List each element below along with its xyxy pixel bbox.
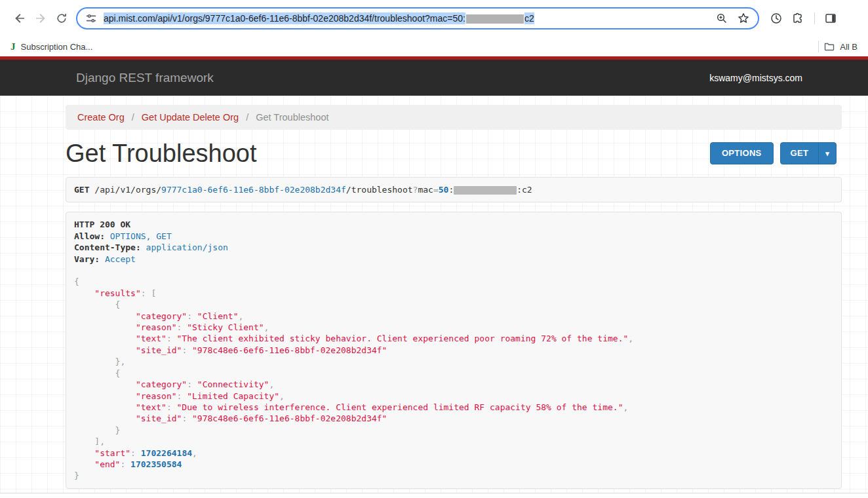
breadcrumb-current: Get Troubleshoot bbox=[256, 112, 328, 123]
user-email[interactable]: kswamy@mistsys.com bbox=[709, 73, 802, 83]
code-token: , bbox=[623, 402, 628, 412]
bookmark-star-icon[interactable] bbox=[737, 12, 750, 25]
code-token: : bbox=[177, 322, 187, 332]
code-token: /troubleshoot bbox=[346, 185, 413, 195]
code-token: : bbox=[130, 448, 141, 458]
code-token: c2 bbox=[524, 12, 534, 24]
response-panel: HTTP 200 OKAllow: OPTIONS, GETContent-Ty… bbox=[66, 212, 842, 488]
code-line: "reason": "Limited Capacity", bbox=[74, 391, 833, 402]
options-button[interactable]: OPTIONS bbox=[710, 142, 774, 164]
code-token: application/json bbox=[146, 242, 228, 252]
navbar-container: Django REST framework kswamy@mistsys.com bbox=[66, 71, 842, 85]
code-token bbox=[74, 379, 136, 389]
code-token bbox=[74, 311, 136, 321]
code-token: : bbox=[167, 334, 177, 343]
code-line: "text": "Due to wireless interference. C… bbox=[74, 402, 833, 413]
toolbar-separator bbox=[814, 12, 815, 24]
toolbar-right bbox=[770, 12, 837, 25]
code-token: "978c48e6-6ef6-11e6-8bbf-02e208b2d34f" bbox=[192, 413, 387, 423]
back-button[interactable] bbox=[9, 8, 30, 29]
code-token: "Client" bbox=[197, 311, 239, 321]
code-token: { bbox=[74, 277, 79, 286]
code-token bbox=[74, 413, 136, 423]
forward-icon bbox=[34, 12, 47, 25]
request-line-panel: GET /api/v1/orgs/9777c1a0-6ef6-11e6-8bbf… bbox=[66, 177, 842, 202]
code-token: "text" bbox=[136, 402, 167, 412]
code-token: , bbox=[264, 322, 269, 332]
code-line: Content-Type: application/json bbox=[74, 242, 833, 253]
code-token: : [ bbox=[141, 288, 156, 298]
code-line: "results": [ bbox=[74, 288, 833, 299]
side-panel-icon[interactable] bbox=[824, 12, 837, 25]
all-bookmarks-folder-icon bbox=[824, 42, 835, 51]
code-token: "Due to wireless interference. Client ex… bbox=[177, 402, 623, 412]
code-token: "978c48e6-6ef6-11e6-8bbf-02e208b2d34f" bbox=[192, 345, 387, 355]
code-line: "text": "The client exhibited sticky beh… bbox=[74, 333, 833, 344]
bookmark-favicon: J bbox=[10, 41, 16, 52]
breadcrumb-link-get-update-delete-org[interactable]: Get Update Delete Org bbox=[142, 112, 239, 123]
code-line: api.mist.com/api/v1/orgs/9777c1a0-6ef6-1… bbox=[104, 12, 534, 23]
code-token: , bbox=[269, 379, 274, 389]
code-line: "end": 1702350584 bbox=[74, 459, 833, 470]
forward-button[interactable] bbox=[30, 8, 51, 29]
all-bookmarks[interactable]: All B bbox=[818, 41, 858, 52]
bookmark-item-subscription[interactable]: Subscription Cha... bbox=[21, 42, 93, 52]
reload-button[interactable] bbox=[51, 8, 72, 29]
code-token: "text" bbox=[136, 334, 167, 343]
page-title: Get Troubleshoot bbox=[66, 138, 257, 168]
code-token: "results" bbox=[94, 288, 140, 298]
reload-icon bbox=[55, 12, 68, 25]
breadcrumb: Create Org / Get Update Delete Org / Get… bbox=[66, 105, 842, 130]
redacted-box bbox=[466, 14, 524, 24]
code-token: api.mist.com/api/v1/orgs/9777c1a0-6ef6-1… bbox=[104, 12, 465, 24]
code-line: "site_id": "978c48e6-6ef6-11e6-8bbf-02e2… bbox=[74, 345, 833, 356]
code-line: HTTP 200 OK bbox=[74, 219, 833, 230]
code-token: , bbox=[279, 391, 285, 401]
zoom-icon[interactable] bbox=[716, 12, 728, 24]
code-token: "Sticky Client" bbox=[187, 322, 264, 332]
code-token: 1702350584 bbox=[130, 459, 182, 469]
get-dropdown-toggle[interactable]: ▾ bbox=[818, 143, 836, 164]
code-token: "end" bbox=[94, 459, 120, 469]
url-text[interactable]: api.mist.com/api/v1/orgs/9777c1a0-6ef6-1… bbox=[104, 12, 711, 24]
code-token: Vary: bbox=[74, 254, 100, 264]
code-token: }, bbox=[74, 356, 125, 366]
code-line: { bbox=[74, 368, 833, 379]
code-token bbox=[74, 459, 94, 469]
history-icon[interactable] bbox=[770, 12, 783, 25]
extensions-icon[interactable] bbox=[792, 12, 805, 25]
code-token[interactable]: 9777c1a0-6ef6-11e6-8bbf-02e208b2d34f bbox=[161, 185, 346, 195]
code-token: = bbox=[433, 185, 439, 195]
code-line bbox=[74, 265, 833, 276]
code-token: : bbox=[182, 345, 192, 355]
code-token: , bbox=[238, 311, 243, 321]
code-token: ], bbox=[74, 436, 105, 446]
code-token: 1702264184 bbox=[141, 448, 192, 458]
code-line: "category": "Connectivity", bbox=[74, 379, 833, 390]
code-line: "start": 1702264184, bbox=[74, 448, 833, 459]
code-token: "category" bbox=[136, 379, 187, 389]
code-token: /api/v1/orgs/ bbox=[89, 185, 161, 195]
code-line: }, bbox=[74, 356, 833, 367]
url-bar[interactable]: api.mist.com/api/v1/orgs/9777c1a0-6ef6-1… bbox=[76, 7, 759, 29]
code-token bbox=[74, 391, 136, 401]
breadcrumb-link-create-org[interactable]: Create Org bbox=[77, 112, 125, 123]
code-line: "category": "Client", bbox=[74, 311, 833, 322]
code-token: "site_id" bbox=[136, 413, 182, 423]
code-token: mac bbox=[418, 185, 433, 195]
code-token: "Limited Capacity" bbox=[187, 391, 279, 401]
page-background: Create Org / Get Update Delete Org / Get… bbox=[0, 96, 868, 493]
get-button[interactable]: GET bbox=[781, 143, 819, 164]
code-token bbox=[100, 254, 105, 264]
code-token bbox=[105, 231, 110, 241]
code-token: , bbox=[628, 334, 633, 343]
all-bookmarks-label: All B bbox=[840, 42, 858, 52]
bookmarks-separator bbox=[818, 41, 819, 52]
code-token: "reason" bbox=[136, 391, 177, 401]
code-token bbox=[74, 448, 94, 458]
drf-navbar: Django REST framework kswamy@mistsys.com bbox=[0, 60, 868, 96]
bookmarks-bar: J Subscription Cha... All B bbox=[0, 37, 868, 56]
code-token: { bbox=[74, 299, 120, 309]
site-settings-icon[interactable] bbox=[85, 12, 97, 24]
code-token: } bbox=[74, 425, 120, 435]
